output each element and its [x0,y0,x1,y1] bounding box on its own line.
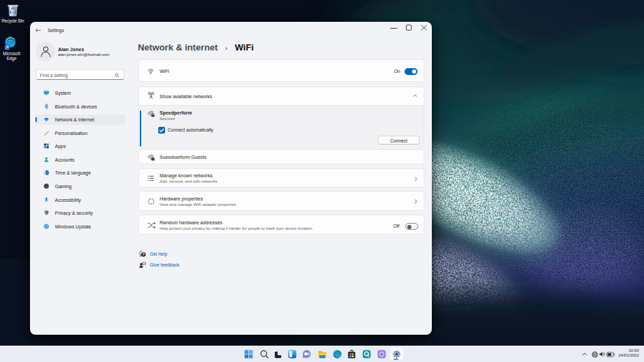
svg-text:?: ? [142,252,145,256]
